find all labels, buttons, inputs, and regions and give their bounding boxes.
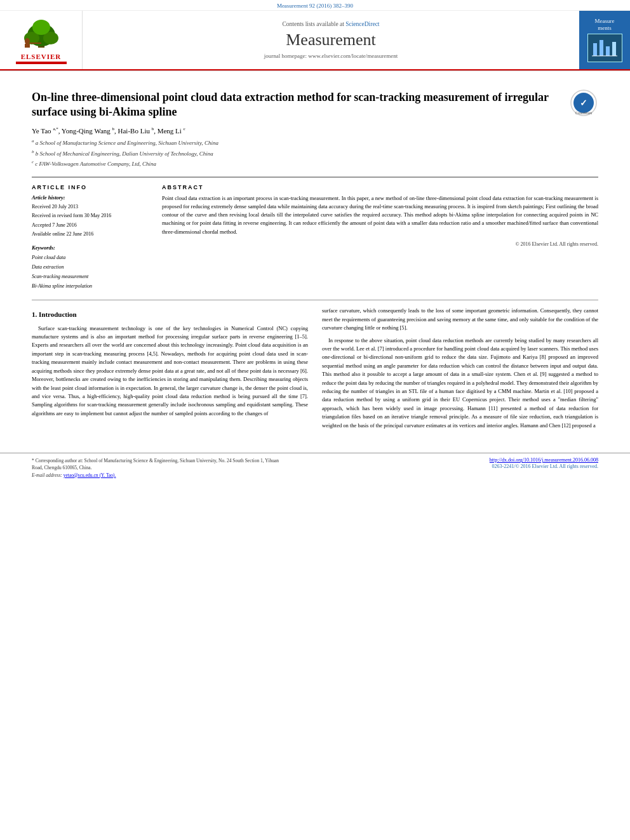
abstract-heading: ABSTRACT xyxy=(162,184,598,190)
homepage-label: journal homepage: www.elsevier.com/locat… xyxy=(264,53,398,59)
title-row: On-line three-dimensional point cloud da… xyxy=(32,84,598,126)
keyword-4: Bi-Akima spline interpolation xyxy=(32,281,149,291)
body-divider xyxy=(32,300,598,300)
revised-date: Received in revised form 30 May 2016 xyxy=(32,211,149,220)
article-history-label: Article history: xyxy=(32,194,149,201)
cover-icon xyxy=(587,34,622,62)
body-col-left: 1. Introduction Surface scan-tracking me… xyxy=(32,307,308,434)
journal-homepage: journal homepage: www.elsevier.com/locat… xyxy=(264,53,398,59)
keywords-label: Keywords: xyxy=(32,244,149,251)
cover-chart-icon xyxy=(592,37,617,59)
svg-rect-8 xyxy=(593,43,597,56)
doi-bar: Measurement 92 (2016) 382–390 xyxy=(0,0,630,11)
elsevier-tree-icon xyxy=(16,16,67,51)
journal-banner: Measurement 92 (2016) 382–390 ELSEVIER xyxy=(0,0,630,71)
keywords-section: Keywords: Point cloud data Data extracti… xyxy=(32,244,149,291)
journal-title: Measurement xyxy=(286,30,376,50)
elsevier-logo-area: ELSEVIER xyxy=(0,11,83,69)
keyword-1: Point cloud data xyxy=(32,253,149,262)
body-col-right: surface curvature, which consequently le… xyxy=(322,307,598,434)
body-col2-para2: In response to the above situation, poin… xyxy=(322,337,598,430)
main-divider xyxy=(32,177,598,178)
footer-note: * Corresponding author at: School of Man… xyxy=(32,457,286,479)
svg-rect-7 xyxy=(30,43,41,44)
abstract-text: Point cloud data extraction is an import… xyxy=(162,194,598,236)
article-info-heading: ARTICLE INFO xyxy=(32,184,149,190)
affiliation-b: b b School of Mechanical Engineering, Da… xyxy=(32,149,598,159)
email-link[interactable]: yetao@scu.edu.cn (Y. Tao). xyxy=(64,472,116,478)
svg-point-4 xyxy=(32,20,50,35)
article-info-panel: ARTICLE INFO Article history: Received 2… xyxy=(32,184,149,291)
keyword-3: Scan-tracking measurement xyxy=(32,272,149,281)
doi-text: Measurement 92 (2016) 382–390 xyxy=(277,3,353,9)
journal-header: ELSEVIER Contents lists available at Sci… xyxy=(0,11,630,70)
svg-rect-10 xyxy=(606,46,610,56)
journal-center-info: Contents lists available at ScienceDirec… xyxy=(83,11,579,69)
science-direct-link[interactable]: ScienceDirect xyxy=(345,21,379,27)
affiliations: a a School of Manufacturing Science and … xyxy=(32,138,598,169)
main-content: On-line three-dimensional point cloud da… xyxy=(0,71,630,446)
accepted-date: Accepted 7 June 2016 xyxy=(32,221,149,230)
article-history-dates: Received 20 July 2013 Received in revise… xyxy=(32,203,149,239)
article-body: ARTICLE INFO Article history: Received 2… xyxy=(32,184,598,291)
science-direct-prefix: Contents lists available at xyxy=(282,21,344,27)
received-date: Received 20 July 2013 xyxy=(32,203,149,211)
authors-line: Ye Tao a,*, Yong-Qing Wang b, Hai-Bo Liu… xyxy=(32,126,598,135)
page-footer: * Corresponding author at: School of Man… xyxy=(0,453,630,483)
copyright-line: © 2016 Elsevier Ltd. All rights reserved… xyxy=(162,241,598,247)
available-date: Available online 22 June 2016 xyxy=(32,230,149,239)
svg-rect-11 xyxy=(612,42,616,56)
science-direct-line: Contents lists available at ScienceDirec… xyxy=(282,21,379,27)
corresponding-author-note: * Corresponding author at: School of Man… xyxy=(32,457,286,472)
svg-rect-9 xyxy=(600,40,603,56)
abstract-section: ABSTRACT Point cloud data extraction is … xyxy=(162,184,598,291)
two-col-body: 1. Introduction Surface scan-tracking me… xyxy=(32,307,598,434)
crossmark-icon: ✓ CrossMark xyxy=(570,89,598,117)
article-title: On-line three-dimensional point cloud da… xyxy=(32,90,563,120)
issn-line: 0263-2241/© 2016 Elsevier Ltd. All right… xyxy=(490,463,598,469)
cover-title: Measurements xyxy=(595,18,615,32)
doi-link[interactable]: http://dx.doi.org/10.1016/j.measurement.… xyxy=(490,457,598,463)
crossmark-area: ✓ CrossMark xyxy=(570,89,598,119)
affiliation-c: c c FAW-Volkswagen Automotive Company, L… xyxy=(32,159,598,169)
body-col1-para1: Surface scan-tracking measurement techno… xyxy=(32,324,308,418)
svg-rect-6 xyxy=(25,44,30,48)
keyword-list: Point cloud data Data extraction Scan-tr… xyxy=(32,253,149,291)
elsevier-wordmark: ELSEVIER xyxy=(21,53,62,60)
svg-point-5 xyxy=(25,38,30,44)
section1-heading: 1. Introduction xyxy=(32,309,308,320)
page-wrapper: Measurement 92 (2016) 382–390 ELSEVIER xyxy=(0,0,630,483)
footer-links: http://dx.doi.org/10.1016/j.measurement.… xyxy=(490,457,598,470)
journal-cover: Measurements xyxy=(579,11,630,69)
email-label: E-mail address: xyxy=(32,472,62,478)
body-col2-para1: surface curvature, which consequently le… xyxy=(322,307,598,332)
svg-text:✓: ✓ xyxy=(580,98,587,108)
keyword-2: Data extraction xyxy=(32,262,149,272)
elsevier-bar xyxy=(16,62,67,64)
email-note: E-mail address: yetao@scu.edu.cn (Y. Tao… xyxy=(32,472,286,479)
affiliation-a: a a School of Manufacturing Science and … xyxy=(32,138,598,148)
svg-text:CrossMark: CrossMark xyxy=(575,111,593,115)
